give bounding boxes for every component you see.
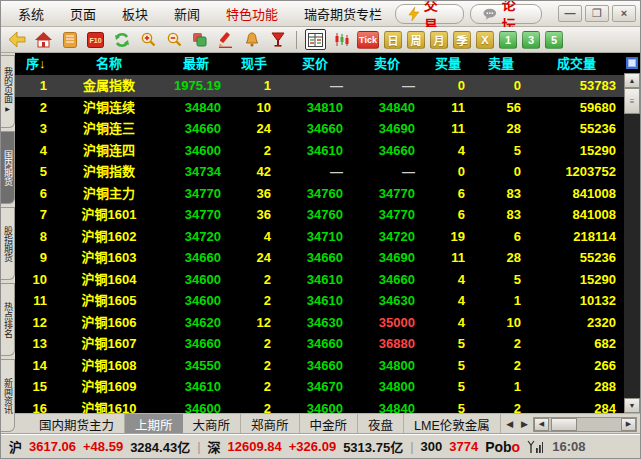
period-1min-button[interactable]: 1 xyxy=(499,31,517,49)
tab-cffex[interactable]: 中金所 xyxy=(300,414,359,435)
trade-button[interactable]: 交易 xyxy=(395,4,464,24)
menu-system[interactable]: 系统 xyxy=(5,2,57,25)
column-header-bid[interactable]: 买价 xyxy=(279,53,351,75)
restore-window-icon[interactable] xyxy=(624,53,640,73)
close-button[interactable]: × xyxy=(612,5,636,22)
tab-lme[interactable]: LME伦敦金属 xyxy=(404,414,501,435)
sidebar-tab-my-page[interactable]: 我的页面 ▶ xyxy=(1,55,15,128)
table-row[interactable]: 2沪铜连续34840103481034840115659680 xyxy=(15,97,624,119)
table-row[interactable]: 3沪铜连三34660243466034690112855236 xyxy=(15,118,624,140)
maximize-button[interactable]: ❐ xyxy=(585,5,609,22)
toolbar: F10 Tick 日 周 月 季 X 1 3 5 xyxy=(1,27,640,53)
minimize-button[interactable]: — xyxy=(558,5,582,22)
column-header-bid-vol[interactable]: 买量 xyxy=(423,53,473,75)
sz-index-label[interactable]: 深 xyxy=(208,437,221,456)
layers-icon[interactable] xyxy=(189,29,210,50)
vertical-scrollbar[interactable]: ▲ ≡ ▼ xyxy=(624,53,640,413)
period-season-button[interactable]: 季 xyxy=(453,31,471,49)
menu-special-features[interactable]: 特色功能 xyxy=(213,2,291,25)
tab-scroll-right-icon[interactable]: ▶ xyxy=(518,419,531,429)
tab-shfe[interactable]: 上期所 xyxy=(125,414,183,435)
tab-dce[interactable]: 大商所 xyxy=(183,414,242,435)
table-row[interactable]: 10沪铜160434600234610346604515290 xyxy=(15,269,624,291)
table-row[interactable]: 1金属指数1975.191——0053783 xyxy=(15,75,624,97)
table-row[interactable]: 7沪铜160134770363476034770683841008 xyxy=(15,204,624,226)
cell-bid-vol: 0 xyxy=(423,161,473,183)
period-x-button[interactable]: X xyxy=(476,31,494,49)
forum-button[interactable]: 论坛 xyxy=(470,4,542,24)
home-icon[interactable] xyxy=(33,29,54,50)
table-row[interactable]: 9沪铜160334660243466034690112855236 xyxy=(15,247,624,269)
table-row[interactable]: 8沪铜16023472043471034720196218114 xyxy=(15,226,624,248)
tick-button[interactable]: Tick xyxy=(357,31,379,49)
period-day-button[interactable]: 日 xyxy=(384,31,402,49)
sh-index-label[interactable]: 沪 xyxy=(9,437,22,456)
period-week-button[interactable]: 周 xyxy=(407,31,425,49)
cell-bid-vol: 0 xyxy=(423,75,473,97)
column-header-seq[interactable]: 序↓ xyxy=(15,53,55,75)
cell-last: 34600 xyxy=(163,269,229,291)
cell-ask: 34840 xyxy=(351,398,423,414)
filter-funnel-icon[interactable] xyxy=(267,29,288,50)
sidebar-tab-hot-ranking[interactable]: 热点排名 xyxy=(1,283,15,356)
tab-czce[interactable]: 郑商所 xyxy=(241,414,300,435)
refresh-icon[interactable] xyxy=(111,29,132,50)
table-row[interactable]: 14沪铜1608345502346603480052266 xyxy=(15,355,624,377)
cell-volume: 682 xyxy=(529,333,624,355)
scrollbar-track[interactable] xyxy=(624,114,640,398)
menu-news[interactable]: 新闻 xyxy=(161,2,213,25)
tab-night-session[interactable]: 夜盘 xyxy=(358,414,404,435)
horizontal-scrollbar[interactable]: ◀ ▶ xyxy=(533,417,637,432)
sidebar-tab-index-futures[interactable]: 股指期货 xyxy=(1,207,15,280)
hs300-label[interactable]: 300 xyxy=(421,439,443,454)
cell-volume: 55236 xyxy=(529,118,624,140)
period-month-button[interactable]: 月 xyxy=(430,31,448,49)
hscroll-thumb[interactable] xyxy=(551,418,577,431)
f10-icon[interactable]: F10 xyxy=(85,29,106,50)
cell-hand: 24 xyxy=(229,118,279,140)
zoom-in-icon[interactable] xyxy=(137,29,158,50)
cell-hand: 2 xyxy=(229,140,279,162)
alert-bell-icon[interactable] xyxy=(241,29,262,50)
table-row[interactable]: 16沪铜1610346002346003484052284 xyxy=(15,398,624,414)
column-header-volume[interactable]: 成交量 xyxy=(529,53,624,75)
table-row[interactable]: 4沪铜连四34600234610346604515290 xyxy=(15,140,624,162)
column-header-last[interactable]: 最新 xyxy=(163,53,229,75)
period-3min-button[interactable]: 3 xyxy=(522,31,540,49)
menu-page[interactable]: 页面 xyxy=(57,2,109,25)
news-pad-icon[interactable] xyxy=(59,29,80,50)
table-row[interactable]: 5沪铜指数3473442——001203752 xyxy=(15,161,624,183)
sort-down-icon: ↓ xyxy=(39,56,46,71)
menu-sector[interactable]: 板块 xyxy=(109,2,161,25)
scroll-up-button[interactable]: ▲ xyxy=(624,73,640,88)
sidebar-tab-domestic-futures[interactable]: 国内期货 xyxy=(1,131,15,204)
draw-pencil-icon[interactable] xyxy=(215,29,236,50)
sidebar-tab-news-info[interactable]: 新闻资讯 xyxy=(1,359,15,432)
chevron-right-icon: ▶ xyxy=(5,103,10,116)
table-row[interactable]: 12沪铜1606346201234630350004102320 xyxy=(15,312,624,334)
table-row[interactable]: 15沪铜1609346102346703480051288 xyxy=(15,376,624,398)
scroll-down-button[interactable]: ▼ xyxy=(624,398,640,413)
cell-ask-vol: 1 xyxy=(473,376,529,398)
hscroll-right-button[interactable]: ▶ xyxy=(621,418,636,431)
column-header-name[interactable]: 名称 xyxy=(55,53,163,75)
cell-ask: 34840 xyxy=(351,97,423,119)
scrollbar-thumb[interactable]: ≡ xyxy=(624,88,640,114)
column-header-ask-vol[interactable]: 卖量 xyxy=(473,53,529,75)
kline-chart-icon[interactable] xyxy=(331,29,352,50)
menu-ruiqi-column[interactable]: 瑞奇期货专栏 xyxy=(291,2,395,25)
hscroll-left-button[interactable]: ◀ xyxy=(534,418,549,431)
tab-domestic-main[interactable]: 国内期货主力 xyxy=(29,414,125,435)
back-arrow-icon[interactable] xyxy=(7,29,28,50)
column-header-hand[interactable]: 现手 xyxy=(229,53,279,75)
table-row[interactable]: 6沪铜主力34770363476034770683841008 xyxy=(15,183,624,205)
period-5min-button[interactable]: 5 xyxy=(545,31,563,49)
tab-scroll-left-icon[interactable]: ◀ xyxy=(503,419,516,429)
table-row[interactable]: 11沪铜160534600234610346304110132 xyxy=(15,290,624,312)
zoom-out-icon[interactable] xyxy=(163,29,184,50)
cell-name: 沪铜1606 xyxy=(55,312,163,334)
column-header-ask[interactable]: 卖价 xyxy=(351,53,423,75)
cell-bid: 34760 xyxy=(279,204,351,226)
table-row[interactable]: 13沪铜1607346602346603688052682 xyxy=(15,333,624,355)
quote-grid-icon[interactable] xyxy=(305,29,326,50)
